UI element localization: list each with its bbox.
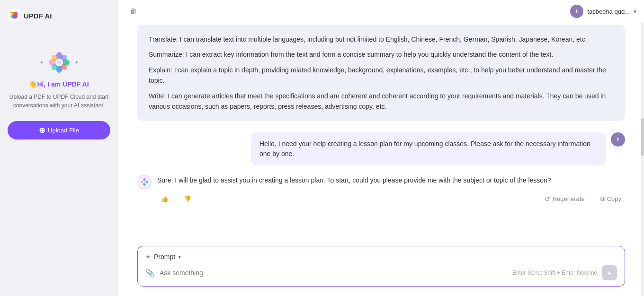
send-button[interactable]: ➤ [602, 265, 617, 280]
input-top-row: ✦ Prompt ▾ [145, 253, 617, 261]
ai-flower-icon [47, 50, 72, 75]
svg-point-16 [143, 182, 145, 183]
user-bubble: Hello, I need your help creating a lesso… [251, 132, 606, 165]
summarize-text: Summarize: I can extract key information… [149, 49, 614, 60]
ai-response-row: Sure, I will be glad to assist you in cr… [137, 175, 625, 189]
main-chat-area: 🗑 t tasbeeha qud... ▾ Translate: I can t… [118, 0, 644, 296]
thumbs-down-icon: 👎 [184, 195, 191, 202]
input-hint-text: Enter Send; Shift + Enter Newline [512, 270, 597, 276]
ai-illustration: ✦ ✦ [39, 50, 79, 75]
chat-container: Translate: I can translate text into mul… [118, 0, 644, 240]
regenerate-label: Regenerate [553, 195, 585, 202]
user-message-row: Hello, I need your help creating a lesso… [137, 132, 625, 165]
svg-point-10 [57, 60, 62, 65]
ai-intro-message: Translate: I can translate text into mul… [137, 25, 625, 121]
regenerate-icon: ↺ [545, 195, 550, 203]
app-title: UPDF AI [24, 12, 52, 20]
plus-icon: ⊕ [39, 126, 45, 135]
chevron-down-icon: ▾ [634, 9, 636, 15]
thumbs-down-button[interactable]: 👎 [180, 193, 195, 204]
chevron-down-icon: ▾ [178, 253, 181, 260]
greeting-text: 👋Hi, I am UPDF AI [29, 80, 89, 88]
user-profile[interactable]: t tasbeeha qud... ▾ [570, 5, 636, 18]
ask-input[interactable] [160, 269, 508, 277]
sidebar: UPDF AI ✦ ✦ 👋Hi, I am UPDF AI Upload a P… [0, 0, 118, 296]
regenerate-button[interactable]: ↺ Regenerate [541, 193, 589, 205]
copy-icon: ⧉ [600, 195, 605, 203]
prompt-label: Prompt [154, 253, 175, 261]
translate-text: Translate: I can translate text into mul… [149, 34, 614, 44]
input-bottom-row: 📎 Enter Send; Shift + Enter Newline ➤ [145, 265, 617, 280]
thumbs-up-icon: 👍 [161, 195, 169, 202]
sparkle-left: ✦ [39, 59, 44, 66]
explain-text: Explain: I can explain a topic in depth,… [149, 65, 614, 86]
delete-button[interactable]: 🗑 [126, 5, 141, 17]
scrollbar-track[interactable] [641, 0, 644, 296]
ai-response-text: Sure, I will be glad to assist you in cr… [157, 175, 625, 185]
ai-icon-circle [137, 175, 152, 189]
username-label: tasbeeha qud... [587, 8, 630, 15]
upload-file-button[interactable]: ⊕ Upload File [8, 121, 110, 139]
scrollbar-thumb[interactable] [641, 118, 644, 156]
user-avatar-inline: t [611, 132, 625, 147]
topbar: 🗑 t tasbeeha qud... ▾ [118, 0, 644, 23]
input-area: ✦ Prompt ▾ 📎 Enter Send; Shift + Enter N… [118, 240, 644, 296]
thumbs-up-button[interactable]: 👍 [157, 193, 172, 204]
sparkle-right: ✦ [74, 59, 79, 66]
attach-icon[interactable]: 📎 [145, 269, 155, 278]
ai-mini-icon [140, 178, 149, 186]
message-actions: 👍 👎 ↺ Regenerate ⧉ Copy [137, 193, 625, 205]
send-icon: ➤ [607, 270, 612, 277]
sidebar-subtitle: Upload a PDF to UPDF Cloud and start con… [8, 93, 110, 110]
input-box: ✦ Prompt ▾ 📎 Enter Send; Shift + Enter N… [137, 246, 625, 287]
upload-label: Upload File [48, 127, 79, 134]
logo-area: UPDF AI [8, 9, 52, 22]
prompt-dropdown-button[interactable]: ▾ [178, 253, 181, 260]
avatar: t [570, 5, 583, 18]
updf-logo-icon [8, 9, 20, 22]
copy-label: Copy [607, 195, 621, 202]
write-text: Write: I can generate articles that meet… [149, 91, 614, 112]
prompt-sparkle-icon: ✦ [145, 253, 151, 261]
copy-button[interactable]: ⧉ Copy [596, 193, 625, 205]
